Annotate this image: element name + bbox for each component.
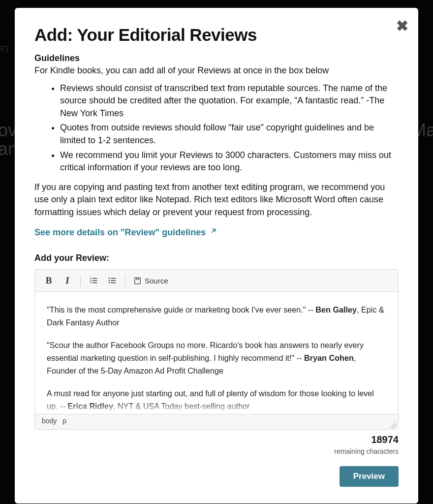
- editor-textarea[interactable]: "This is the most comprehensive guide or…: [35, 292, 398, 414]
- guideline-item: Reviews should consist of transcribed te…: [60, 82, 399, 120]
- bold-button[interactable]: B: [42, 274, 56, 287]
- modal-title: Add: Your Editorial Reviews: [34, 23, 399, 47]
- character-counter: 18974 remaining characters: [34, 433, 399, 456]
- italic-button[interactable]: I: [61, 274, 74, 287]
- unordered-list-button[interactable]: [105, 274, 119, 287]
- preview-button[interactable]: Preview: [340, 466, 399, 487]
- source-button-label: Source: [145, 276, 168, 286]
- rich-text-editor: B I 123 Source "This is the most compreh…: [34, 269, 399, 430]
- modal-actions: Preview: [34, 466, 399, 487]
- review-paragraph: "Scour the author Facebook Groups no mor…: [47, 339, 386, 378]
- editor-toolbar: B I 123 Source: [35, 270, 398, 292]
- toolbar-separator: [125, 275, 125, 286]
- ordered-list-button[interactable]: 123: [87, 274, 100, 287]
- guidelines-heading: Guidelines: [34, 52, 399, 65]
- svg-rect-12: [135, 278, 140, 284]
- path-segment-p[interactable]: p: [62, 416, 66, 426]
- svg-text:3: 3: [90, 281, 92, 284]
- link-text: See more details on "Review" guidelines: [34, 226, 206, 239]
- review-paragraph: "This is the most comprehensive guide or…: [47, 304, 386, 329]
- guideline-item: Quotes from outside reviews should follo…: [60, 122, 399, 147]
- svg-point-11: [109, 283, 110, 284]
- plain-text-note: If you are copying and pasting text from…: [34, 181, 399, 219]
- toolbar-separator: [80, 275, 81, 286]
- svg-point-9: [109, 278, 110, 279]
- see-more-guidelines-link[interactable]: See more details on "Review" guidelines: [34, 226, 217, 239]
- path-segment-body[interactable]: body: [42, 416, 57, 426]
- editorial-reviews-modal: ✖ Add: Your Editorial Reviews Guidelines…: [15, 8, 418, 504]
- guidelines-intro: For Kindle books, you can add all of you…: [34, 64, 399, 77]
- remaining-count: 18974: [34, 433, 399, 446]
- external-link-icon: [210, 227, 217, 238]
- remaining-label: remaining characters: [34, 447, 399, 457]
- guidelines-list: Reviews should consist of transcribed te…: [60, 82, 399, 174]
- resize-handle[interactable]: [389, 421, 396, 428]
- modal-overlay: ✖ Add: Your Editorial Reviews Guidelines…: [0, 0, 433, 504]
- svg-point-10: [109, 280, 110, 281]
- close-icon[interactable]: ✖: [396, 16, 408, 37]
- add-review-label: Add your Review:: [34, 252, 399, 265]
- guideline-item: We recommend you limit your Reviews to 3…: [60, 149, 399, 174]
- review-paragraph: A must read for anyone just starting out…: [47, 387, 386, 413]
- source-button[interactable]: Source: [131, 276, 170, 286]
- editor-element-path: body p: [35, 414, 398, 429]
